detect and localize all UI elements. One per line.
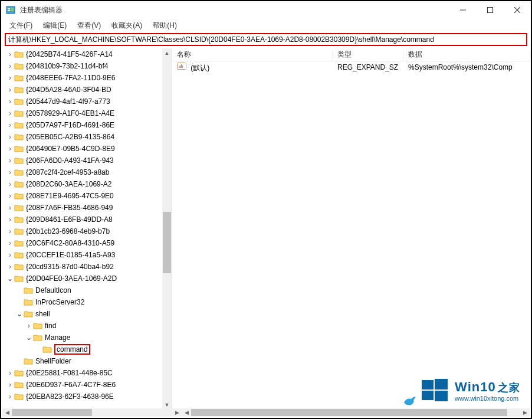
tree-item-label: find bbox=[45, 322, 56, 330]
folder-icon bbox=[14, 168, 24, 176]
folder-icon bbox=[14, 274, 24, 283]
folder-icon bbox=[14, 392, 24, 401]
chevron-right-icon[interactable]: › bbox=[25, 322, 33, 330]
chevron-right-icon[interactable]: › bbox=[6, 263, 14, 271]
svg-rect-2 bbox=[8, 10, 10, 11]
tree-item[interactable]: InProcServer32 bbox=[1, 296, 172, 308]
menu-favorites[interactable]: 收藏夹(A) bbox=[107, 19, 147, 32]
horizontal-scrollbar[interactable]: ◀ ▶ ◀ ▶ bbox=[2, 408, 530, 417]
menu-file[interactable]: 文件(F) bbox=[5, 19, 37, 32]
tree-item[interactable]: ›find bbox=[1, 320, 172, 332]
tree-item[interactable]: ›{206FA6D0-A493-41FA-943 bbox=[1, 155, 172, 166]
chevron-right-icon[interactable]: › bbox=[6, 392, 14, 401]
tree-item-label: DefaultIcon bbox=[35, 286, 71, 294]
chevron-right-icon[interactable]: › bbox=[6, 369, 14, 377]
chevron-right-icon[interactable]: › bbox=[6, 156, 14, 165]
menu-view[interactable]: 查看(V) bbox=[73, 19, 106, 32]
tree-item[interactable]: ›{20b1cb23-6968-4eb9-b7b bbox=[1, 225, 172, 237]
tree-item[interactable]: ›{20E25881-F081-448e-85C bbox=[1, 367, 172, 379]
tree-item[interactable]: command bbox=[1, 343, 172, 355]
scroll-track[interactable] bbox=[162, 58, 172, 400]
tree-item[interactable]: ›{209D8461-E6FB-49DD-A8 bbox=[1, 214, 172, 225]
chevron-right-icon[interactable]: › bbox=[6, 204, 14, 212]
folder-icon bbox=[33, 322, 42, 330]
scroll-left-arrow-icon[interactable]: ◀ bbox=[2, 408, 12, 417]
folder-icon bbox=[33, 333, 42, 342]
tree-vertical-scrollbar[interactable]: ▲ ▼ bbox=[162, 48, 172, 410]
menu-help[interactable]: 帮助(H) bbox=[148, 19, 182, 32]
tree-hscroll-thumb[interactable] bbox=[12, 409, 92, 416]
close-button[interactable] bbox=[504, 1, 531, 19]
tree-item[interactable]: ⌄shell bbox=[1, 308, 172, 320]
tree-item[interactable]: ShellFolder bbox=[1, 355, 172, 367]
list-hscroll-track[interactable] bbox=[191, 408, 520, 417]
tree-item[interactable]: ›{20C6F4C2-80A8-4310-A59 bbox=[1, 237, 172, 249]
chevron-down-icon[interactable]: ⌄ bbox=[15, 310, 24, 318]
list-row[interactable]: ab (默认) REG_EXPAND_SZ %SystemRoot%\syste… bbox=[172, 61, 531, 73]
tree-item[interactable]: ›{204810b9-73b2-11d4-bf4 bbox=[1, 60, 172, 72]
folder-icon bbox=[14, 215, 24, 224]
tree-item[interactable]: ›{206490E7-09B5-4C9D-8E9 bbox=[1, 143, 172, 155]
chevron-right-icon[interactable]: › bbox=[6, 121, 14, 129]
tree-item[interactable]: ›{20EBA823-62F3-4638-96E bbox=[1, 391, 172, 402]
tree-item[interactable]: ›{20425B74-41F5-426F-A14 bbox=[1, 48, 172, 60]
list-hscroll-thumb[interactable] bbox=[191, 409, 507, 416]
chevron-right-icon[interactable]: › bbox=[6, 86, 14, 94]
tree-item[interactable]: ›{205D7A97-F16D-4691-86E bbox=[1, 119, 172, 131]
scroll-right-arrow-icon[interactable]: ▶ bbox=[172, 408, 182, 417]
tree-item[interactable]: ⌄Manage bbox=[1, 332, 172, 343]
tree-item[interactable]: ›{20cd9315-87d0-40ba4-b92 bbox=[1, 261, 172, 273]
tree-item[interactable]: ›{2087c2f4-2cef-4953-a8ab bbox=[1, 166, 172, 178]
minimize-button[interactable] bbox=[449, 1, 477, 19]
chevron-right-icon[interactable]: › bbox=[6, 180, 14, 188]
chevron-right-icon[interactable]: › bbox=[6, 215, 14, 224]
tree-hscroll-track[interactable] bbox=[12, 408, 172, 417]
scroll-left-arrow-icon-2[interactable]: ◀ bbox=[182, 408, 191, 417]
tree-item[interactable]: ›{205447d9-4af1-4f97-a773 bbox=[1, 96, 172, 107]
tree-item-label: {20425B74-41F5-426F-A14 bbox=[26, 50, 113, 58]
chevron-right-icon[interactable]: › bbox=[6, 168, 14, 176]
tree-scroll[interactable]: ›{20425B74-41F5-426F-A14›{204810b9-73b2-… bbox=[1, 48, 172, 410]
svg-rect-3 bbox=[11, 8, 14, 11]
column-header-name[interactable]: 名称 bbox=[172, 50, 333, 60]
chevron-right-icon[interactable]: › bbox=[6, 74, 14, 82]
chevron-right-icon[interactable]: › bbox=[6, 62, 14, 70]
tree-item[interactable]: ⌄{20D04FE0-3AEA-1069-A2D bbox=[1, 273, 172, 284]
address-input[interactable]: 计算机\HKEY_LOCAL_MACHINE\SOFTWARE\Classes\… bbox=[5, 33, 527, 46]
column-header-type[interactable]: 类型 bbox=[333, 50, 403, 60]
tree-item[interactable]: ›{20CCEF1E-0185-41a5-A93 bbox=[1, 249, 172, 261]
chevron-right-icon[interactable]: › bbox=[6, 145, 14, 153]
chevron-right-icon[interactable]: › bbox=[6, 109, 14, 117]
scroll-right-arrow-icon-2[interactable]: ▶ bbox=[520, 408, 530, 417]
tree-item[interactable]: ›{20578929-A1F0-4EB1-A4E bbox=[1, 107, 172, 119]
tree-item[interactable]: ›{204D5A28-46A0-3F04-BD bbox=[1, 84, 172, 96]
chevron-down-icon[interactable]: ⌄ bbox=[25, 333, 33, 342]
chevron-right-icon[interactable]: › bbox=[6, 192, 14, 200]
tree-item[interactable]: ›{205EB05C-A2B9-4135-864 bbox=[1, 131, 172, 143]
tree-item[interactable]: ›{2048EEE6-7FA2-11D0-9E6 bbox=[1, 72, 172, 84]
chevron-down-icon[interactable]: ⌄ bbox=[6, 274, 14, 283]
chevron-right-icon[interactable]: › bbox=[6, 97, 14, 106]
tree-item-label: {20E25881-F081-448e-85C bbox=[26, 369, 113, 377]
chevron-right-icon[interactable]: › bbox=[6, 239, 14, 247]
chevron-right-icon[interactable]: › bbox=[6, 50, 14, 58]
tree-item[interactable]: ›{20E6D937-F6A7-4C7F-8E6 bbox=[1, 379, 172, 391]
tree-item-label: {2048EEE6-7FA2-11D0-9E6 bbox=[26, 74, 115, 82]
chevron-right-icon[interactable]: › bbox=[6, 381, 14, 389]
tree-item-label: {208F7A6F-FB35-4686-949 bbox=[26, 204, 113, 212]
tree-item-label: shell bbox=[35, 310, 50, 318]
scroll-up-arrow-icon[interactable]: ▲ bbox=[162, 48, 172, 58]
tree-item[interactable]: ›{208E71E9-4695-47C5-9E0 bbox=[1, 190, 172, 202]
maximize-button[interactable] bbox=[477, 1, 504, 19]
tree-item-label: {20E6D937-F6A7-4C7F-8E6 bbox=[26, 381, 116, 389]
chevron-right-icon[interactable]: › bbox=[6, 251, 14, 259]
tree-item[interactable]: ›{208F7A6F-FB35-4686-949 bbox=[1, 202, 172, 214]
chevron-right-icon[interactable]: › bbox=[6, 133, 14, 141]
menu-edit[interactable]: 编辑(E) bbox=[38, 19, 71, 32]
scroll-thumb[interactable] bbox=[163, 212, 171, 273]
chevron-right-icon[interactable]: › bbox=[6, 227, 14, 235]
menubar: 文件(F) 编辑(E) 查看(V) 收藏夹(A) 帮助(H) bbox=[1, 19, 531, 32]
tree-item[interactable]: ›{208D2C60-3AEA-1069-A2 bbox=[1, 178, 172, 190]
tree-item[interactable]: DefaultIcon bbox=[1, 284, 172, 296]
column-header-data[interactable]: 数据 bbox=[403, 50, 531, 60]
